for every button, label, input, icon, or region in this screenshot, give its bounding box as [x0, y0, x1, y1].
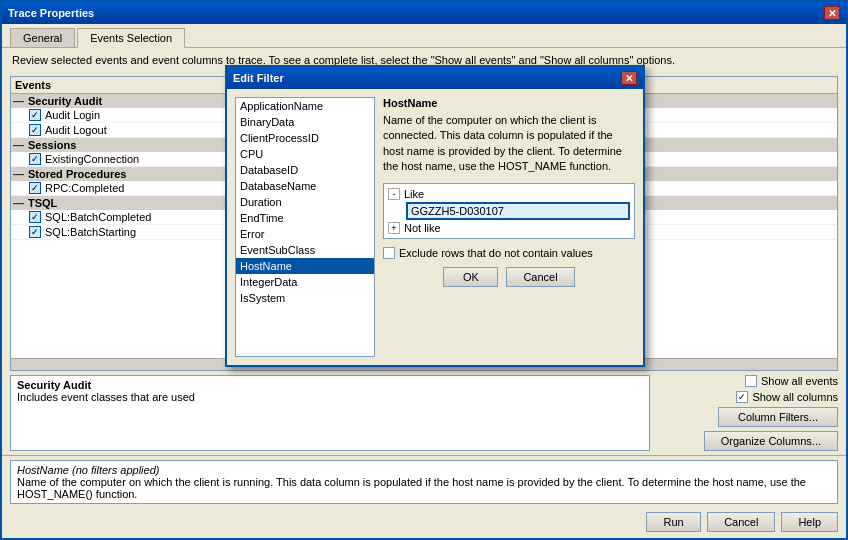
like-label: Like [404, 188, 464, 200]
cancel-button[interactable]: Cancel [707, 512, 775, 532]
window-close-button[interactable]: ✕ [824, 6, 840, 20]
filter-item-databasename[interactable]: DatabaseName [236, 178, 374, 194]
bottom-buttons: Run Cancel Help [10, 512, 838, 534]
checkbox-batch-completed[interactable] [29, 211, 41, 223]
checkbox-batch-starting[interactable] [29, 226, 41, 238]
dialog-body: ApplicationName BinaryData ClientProcess… [227, 89, 643, 365]
dialog-ok-button[interactable]: OK [443, 267, 498, 287]
dialog-cancel-button[interactable]: Cancel [506, 267, 574, 287]
checkbox-existing[interactable] [29, 153, 41, 165]
filter-item-integerdata[interactable]: IntegerData [236, 274, 374, 290]
run-button[interactable]: Run [646, 512, 701, 532]
dialog-title: Edit Filter [233, 72, 284, 84]
edit-filter-dialog: Edit Filter ✕ ApplicationName BinaryData… [225, 65, 645, 367]
tab-bar: General Events Selection [2, 24, 846, 48]
filter-item-error[interactable]: Error [236, 226, 374, 242]
checkbox-audit-logout[interactable] [29, 124, 41, 136]
checkbox-audit-login[interactable] [29, 109, 41, 121]
like-value-row [388, 202, 630, 220]
security-info-title: Security Audit [17, 379, 643, 391]
filter-field-desc: Name of the computer on which the client… [383, 113, 635, 175]
like-expand-button[interactable]: - [388, 188, 400, 200]
dialog-close-button[interactable]: ✕ [621, 71, 637, 85]
hostname-info-text: Name of the computer on which the client… [17, 476, 806, 500]
hostname-info-box: HostName (no filters applied) Name of th… [10, 460, 838, 504]
security-info-text: Includes event classes that are used [17, 391, 643, 403]
filter-field-title: HostName [383, 97, 635, 109]
like-value-input[interactable] [406, 202, 630, 220]
tab-general[interactable]: General [10, 28, 75, 47]
column-filters-button[interactable]: Column Filters... [718, 407, 838, 427]
col-header-events: Events [11, 77, 231, 93]
filter-description-container: HostName Name of the computer on which t… [375, 97, 635, 357]
show-all-events-checkbox[interactable] [745, 375, 757, 387]
filter-item-applicationname[interactable]: ApplicationName [236, 98, 374, 114]
window-title: Trace Properties [8, 7, 94, 19]
filter-item-cpu[interactable]: CPU [236, 146, 374, 162]
show-all-events-row: Show all events [745, 375, 838, 387]
security-info-box: Security Audit Includes event classes th… [10, 375, 650, 451]
filter-item-hostname[interactable]: HostName [236, 258, 374, 274]
exclude-label: Exclude rows that do not contain values [399, 247, 593, 259]
organize-columns-button[interactable]: Organize Columns... [704, 431, 838, 451]
show-all-columns-label: Show all columns [752, 391, 838, 403]
filter-condition-group: - Like + Not like [388, 188, 630, 234]
filter-item-binarydata[interactable]: BinaryData [236, 114, 374, 130]
not-like-label: Not like [404, 222, 464, 234]
show-all-columns-row: Show all columns [736, 391, 838, 403]
status-bar: HostName (no filters applied) Name of th… [2, 455, 846, 538]
like-condition-row: - Like [388, 188, 630, 200]
title-bar: Trace Properties ✕ [2, 2, 846, 24]
filter-item-endtime[interactable]: EndTime [236, 210, 374, 226]
filter-item-clientprocessid[interactable]: ClientProcessID [236, 130, 374, 146]
dialog-buttons: OK Cancel [383, 267, 635, 291]
show-all-events-label: Show all events [761, 375, 838, 387]
bottom-section: Security Audit Includes event classes th… [10, 375, 838, 451]
dialog-title-bar: Edit Filter ✕ [227, 67, 643, 89]
filter-list: ApplicationName BinaryData ClientProcess… [235, 97, 375, 357]
checkbox-rpc[interactable] [29, 182, 41, 194]
right-panel: Show all events Show all columns Column … [658, 375, 838, 451]
filter-conditions-box: - Like + Not like [383, 183, 635, 239]
filter-item-issystem[interactable]: IsSystem [236, 290, 374, 306]
show-all-columns-checkbox[interactable] [736, 391, 748, 403]
not-like-condition-row: + Not like [388, 222, 630, 234]
exclude-checkbox[interactable] [383, 247, 395, 259]
filter-item-duration[interactable]: Duration [236, 194, 374, 210]
filter-item-databaseid[interactable]: DatabaseID [236, 162, 374, 178]
filter-item-eventsubclass[interactable]: EventSubClass [236, 242, 374, 258]
tab-events-selection[interactable]: Events Selection [77, 28, 185, 48]
not-like-expand-button[interactable]: + [388, 222, 400, 234]
help-button[interactable]: Help [781, 512, 838, 532]
exclude-row: Exclude rows that do not contain values [383, 247, 635, 259]
hostname-info-title: HostName (no filters applied) [17, 464, 159, 476]
